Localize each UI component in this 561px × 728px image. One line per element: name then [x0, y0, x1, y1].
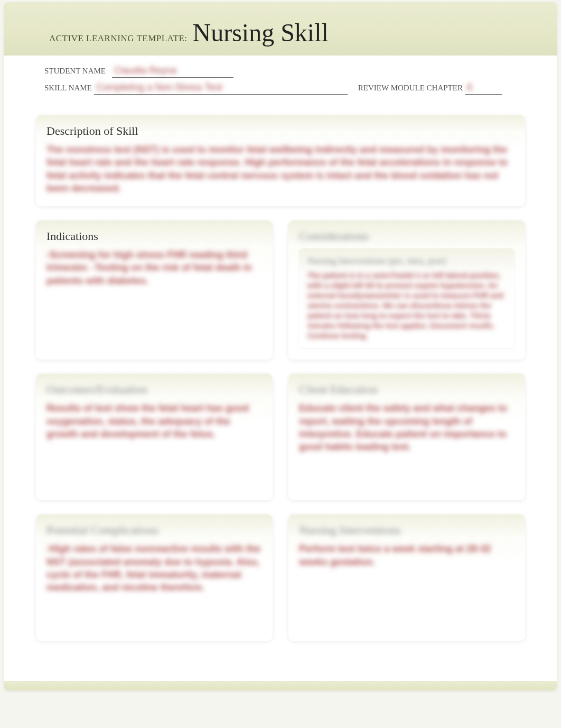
complications-body: -High rates of false nonreactive results…	[46, 542, 262, 594]
student-name-label: STUDENT NAME	[44, 67, 106, 76]
indications-title: Indications	[46, 229, 262, 243]
nursing-interventions-nested: Nursing Interventions (pre, intra, post)…	[299, 248, 515, 348]
cards-area: Description of Skill The nonstress test …	[4, 99, 557, 681]
nursing-interventions-card: Nursing Interventions Perform test twice…	[288, 514, 525, 641]
main-title: Nursing Skill	[193, 18, 329, 47]
header-line: ACTIVE LEARNING TEMPLATE: Nursing Skill	[49, 18, 525, 47]
description-body: The nonstress test (NST) is used to moni…	[46, 143, 515, 195]
info-area: STUDENT NAME Claudia Reyna SKILL NAME Co…	[4, 56, 557, 99]
considerations-title: Considerations	[299, 229, 515, 243]
nested-title: Nursing Interventions (pre, intra, post)	[307, 256, 506, 266]
student-name-row: STUDENT NAME Claudia Reyna	[44, 65, 517, 78]
footer-band	[4, 681, 557, 690]
row-1: Indications -Screening for high stress F…	[36, 220, 525, 360]
nursing-interventions-body: Perform test twice a week starting at 28…	[299, 542, 515, 568]
outcomes-body: Results of test show the fetal heart has…	[46, 402, 262, 440]
skill-name-label: SKILL NAME	[44, 84, 92, 93]
review-chapter-value: 6	[467, 82, 472, 93]
client-education-card: Client Education Educate client the safe…	[288, 373, 525, 500]
outcomes-card: Outcomes/Evaluation Results of test show…	[36, 373, 273, 500]
nursing-interventions-title: Nursing Interventions	[299, 523, 515, 537]
complications-card: Potential Complications -High rates of f…	[36, 514, 273, 641]
header-band: ACTIVE LEARNING TEMPLATE: Nursing Skill	[4, 2, 557, 56]
outcomes-title: Outcomes/Evaluation	[46, 383, 262, 397]
template-page: ACTIVE LEARNING TEMPLATE: Nursing Skill …	[4, 2, 557, 690]
row-2: Outcomes/Evaluation Results of test show…	[36, 373, 525, 500]
student-name-field[interactable]: Claudia Reyna	[112, 65, 233, 78]
skill-name-value: Completing a Non-Stress Test	[96, 82, 222, 93]
student-name-value: Claudia Reyna	[114, 65, 176, 76]
skill-name-field[interactable]: Completing a Non-Stress Test	[94, 82, 348, 95]
indications-body: -Screening for high stress FHR reading t…	[46, 248, 262, 287]
description-card: Description of Skill The nonstress test …	[36, 115, 525, 206]
row-3: Potential Complications -High rates of f…	[36, 514, 525, 641]
indications-card: Indications -Screening for high stress F…	[36, 220, 273, 360]
considerations-body: The patient is in a semi-Fowler's or lef…	[307, 271, 506, 340]
considerations-card: Considerations Nursing Interventions (pr…	[288, 220, 525, 360]
review-chapter-label: REVIEW MODULE CHAPTER	[358, 84, 463, 93]
template-label: ACTIVE LEARNING TEMPLATE:	[49, 33, 188, 44]
review-chapter-field[interactable]: 6	[465, 82, 502, 95]
client-education-title: Client Education	[299, 383, 515, 397]
description-title: Description of Skill	[46, 124, 515, 138]
client-education-body: Educate client the safety and what chang…	[299, 402, 515, 453]
complications-title: Potential Complications	[46, 523, 262, 537]
skill-chapter-row: SKILL NAME Completing a Non-Stress Test …	[44, 82, 517, 95]
